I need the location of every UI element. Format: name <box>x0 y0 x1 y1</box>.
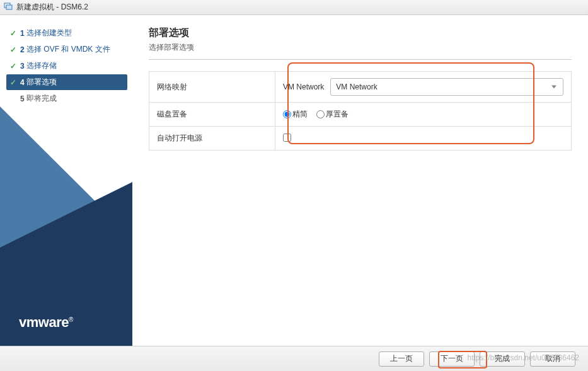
row-power-on: 自动打开电源 <box>149 127 572 151</box>
label-disk-provisioning: 磁盘置备 <box>149 103 275 127</box>
check-icon: ✓ <box>10 29 19 38</box>
disk-provisioning-radios: 精简 厚置备 <box>283 109 563 120</box>
finish-button[interactable]: 完成 <box>480 351 525 367</box>
row-disk-provisioning: 磁盘置备 精简 厚置备 <box>149 103 572 127</box>
next-button[interactable]: 下一页 <box>429 351 475 367</box>
deployment-options-table: 网络映射 VM Network VM Network 磁盘置备 精简 厚置备 <box>149 71 572 151</box>
check-icon: ✓ <box>10 78 19 87</box>
step-3[interactable]: ✓3 选择存储 <box>6 58 127 74</box>
window-title-bar: 新建虚拟机 - DSM6.2 <box>0 0 588 15</box>
network-source-label: VM Network <box>283 83 324 91</box>
row-network-mapping: 网络映射 VM Network VM Network <box>149 72 572 103</box>
step-1[interactable]: ✓1 选择创建类型 <box>6 25 127 41</box>
wizard-content: 部署选项 选择部署选项 网络映射 VM Network VM Network 磁… <box>132 15 588 346</box>
wizard-sidebar: ✓1 选择创建类型 ✓2 选择 OVF 和 VMDK 文件 ✓3 选择存储 ✓4… <box>0 15 132 346</box>
vmware-logo: vmware® <box>19 314 73 331</box>
back-button[interactable]: 上一页 <box>379 351 424 367</box>
svg-rect-1 <box>6 5 12 9</box>
divider <box>149 59 572 60</box>
page-subtitle: 选择部署选项 <box>149 42 572 53</box>
window-title: 新建虚拟机 - DSM6.2 <box>16 2 88 13</box>
radio-thick-label[interactable]: 厚置备 <box>316 109 349 120</box>
radio-thin-label[interactable]: 精简 <box>283 109 308 120</box>
network-target-select[interactable]: VM Network <box>330 78 563 96</box>
radio-thick[interactable] <box>316 110 325 118</box>
page-title: 部署选项 <box>149 26 572 40</box>
step-5: ✓5 即将完成 <box>6 91 127 106</box>
check-icon: ✓ <box>10 62 19 71</box>
label-network-mapping: 网络映射 <box>149 72 275 103</box>
step-2[interactable]: ✓2 选择 OVF 和 VMDK 文件 <box>6 42 127 57</box>
wizard-steps: ✓1 选择创建类型 ✓2 选择 OVF 和 VMDK 文件 ✓3 选择存储 ✓4… <box>0 15 132 106</box>
check-icon: ✓ <box>10 45 19 54</box>
label-power-on: 自动打开电源 <box>149 127 275 151</box>
checkbox-power-on[interactable] <box>283 134 291 142</box>
vm-icon <box>4 2 13 13</box>
cancel-button[interactable]: 取消 <box>530 351 575 367</box>
step-4[interactable]: ✓4 部署选项 <box>6 74 127 90</box>
radio-thin[interactable] <box>283 110 291 118</box>
wizard-footer: 上一页 下一页 完成 取消 <box>0 346 588 371</box>
